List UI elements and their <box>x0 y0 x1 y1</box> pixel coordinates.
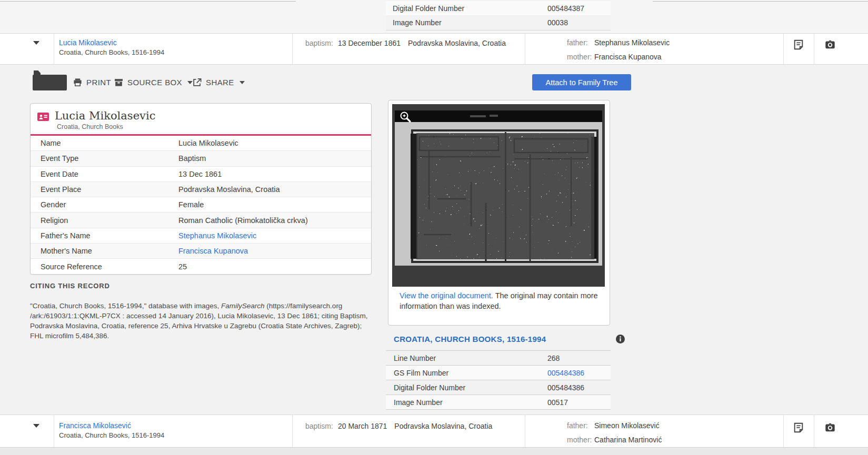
person-id-card-icon <box>37 114 51 123</box>
field-label: Event Place <box>41 185 178 194</box>
page-bottom-strip <box>0 447 868 455</box>
divider <box>814 34 814 64</box>
view-original-note: View the original document. The original… <box>400 291 602 311</box>
mother-summary: mother:Francisca Kupanova <box>567 53 662 61</box>
print-button[interactable]: PRINT <box>73 77 111 87</box>
row-value: 005484387 <box>547 4 584 13</box>
view-original-document-link[interactable]: View the original document. <box>400 291 493 300</box>
event-summary: baptism:20 March 1871Podravska Moslavina… <box>305 422 492 430</box>
table-row: Image Number 00517 <box>386 395 611 410</box>
record-field-row: Name Lucia Mikolasevic <box>31 136 371 151</box>
divider <box>783 415 784 447</box>
field-label: Name <box>41 139 178 147</box>
print-label: PRINT <box>86 78 111 87</box>
record-field-row: Mother's Name Francisca Kupanova <box>31 244 371 259</box>
field-label: Gender <box>41 200 178 209</box>
record-field-row: Religion Roman Catholic (Rimokatolička c… <box>31 213 371 228</box>
document-scan-thumbnail[interactable] <box>392 104 605 287</box>
expand-row-icon[interactable] <box>33 424 39 428</box>
table-row: Line Number 268 <box>386 351 611 366</box>
father-label: father: <box>567 421 594 430</box>
share-icon <box>192 77 202 87</box>
divider <box>525 34 525 64</box>
share-label: SHARE <box>206 78 234 87</box>
record-detail-card: Lucia Mikolasevic Croatia, Church Books … <box>30 103 372 275</box>
citation-part: (https://familysearch.org <box>265 302 343 310</box>
record-details-icon[interactable] <box>793 39 804 50</box>
divider <box>653 1 868 2</box>
field-value: Podravska Moslavina, Croatia <box>178 185 280 194</box>
citation-text: "Croatia, Church Books, 1516-1994," data… <box>30 301 373 341</box>
row-value: 00038 <box>547 18 568 27</box>
event-label: baptism: <box>305 422 333 430</box>
printer-icon <box>73 77 83 87</box>
collection-title-link[interactable]: CROATIA, CHURCH BOOKS, 1516-1994 <box>394 335 546 343</box>
record-title: Lucia Mikolasevic <box>55 109 156 122</box>
row-value: 005484386 <box>547 383 584 392</box>
attach-to-family-tree-button[interactable]: Attach to Family Tree <box>532 74 631 90</box>
field-value: Baptism <box>178 154 206 163</box>
mother-label: mother: <box>567 436 594 444</box>
source-box-button[interactable]: SOURCE BOX <box>114 77 193 87</box>
citation-part: /ark:/61903/1:1:QKML-P7CX : accessed 14 … <box>30 312 368 340</box>
record-details-icon[interactable] <box>793 422 804 433</box>
father-summary: father:Stephanus Mikolasevic <box>567 38 670 47</box>
mother-name: Catharina Martinović <box>594 436 662 444</box>
field-value: Roman Catholic (Rimokatolička crkva) <box>178 216 308 225</box>
record-field-row: Event Place Podravska Moslavina, Croatia <box>31 182 371 197</box>
camera-icon[interactable] <box>824 39 836 50</box>
divider <box>0 1 296 2</box>
divider <box>54 415 54 447</box>
source-box-label: SOURCE BOX <box>127 78 182 87</box>
familysearch-record-page: { "top_table": { "rows": [ {"label": "Di… <box>0 0 868 455</box>
scanned-register-image <box>392 104 605 287</box>
record-field-row: Gender Female <box>31 197 371 213</box>
source-box-icon <box>114 77 124 87</box>
divider <box>525 415 525 447</box>
result-name-link[interactable]: Lucia Mikolasevic <box>59 38 117 47</box>
copy-button[interactable]: COPY <box>33 75 67 90</box>
collapse-row-icon[interactable] <box>33 41 39 45</box>
divider <box>292 34 293 64</box>
chevron-down-icon <box>240 81 245 84</box>
table-row: GS Film Number 005484386 <box>386 366 611 380</box>
record-field-row: Source Reference 25 <box>31 259 371 274</box>
divider <box>814 415 814 447</box>
divider <box>54 34 54 64</box>
divider <box>292 415 293 447</box>
father-name-link[interactable]: Stephanus Mikolasevic <box>178 231 256 240</box>
field-label: Mother's Name <box>41 247 178 255</box>
share-button[interactable]: SHARE <box>192 77 245 87</box>
note-text: The original may contain more <box>493 291 598 300</box>
record-field-row: Father's Name Stephanus Mikolasevic <box>31 228 371 244</box>
previous-record-panel-tail: Digital Folder Number 005484387 Image Nu… <box>0 0 868 34</box>
event-summary: baptism:13 December 1861Podravska Moslav… <box>305 39 506 47</box>
gs-film-number-link[interactable]: 005484386 <box>547 369 584 377</box>
citation-part: "Croatia, Church Books, 1516-1994," data… <box>30 302 221 310</box>
zoom-in-icon[interactable] <box>400 111 412 125</box>
search-result-row: Lucia Mikolasevic Croatia, Church Books,… <box>0 34 868 65</box>
table-row: Digital Folder Number 005484387 <box>386 1 611 16</box>
camera-icon[interactable] <box>824 422 836 433</box>
mother-name-link[interactable]: Francisca Kupanova <box>178 247 248 255</box>
table-row: Digital Folder Number 005484386 <box>386 380 611 395</box>
record-field-row: Event Date 13 Dec 1861 <box>31 167 371 182</box>
info-icon[interactable] <box>616 335 625 343</box>
event-place: Podravska Moslavina, Croatia <box>394 422 492 430</box>
field-label: Source Reference <box>41 262 178 271</box>
citing-heading: CITING THIS RECORD <box>30 282 110 290</box>
table-row: Image Number 00038 <box>386 15 611 31</box>
row-value: 268 <box>547 354 560 362</box>
mother-name: Francisca Kupanova <box>594 53 662 61</box>
event-date: 20 March 1871 <box>338 422 387 430</box>
divider <box>783 34 784 64</box>
note-text: information than was indexed. <box>400 302 501 310</box>
row-label: Image Number <box>394 398 547 407</box>
row-label: GS Film Number <box>394 369 547 377</box>
field-label: Father's Name <box>41 231 178 240</box>
father-summary: father:Simeon Mikolasević <box>567 421 660 430</box>
result-name-link[interactable]: Francisca Mikolasević <box>59 421 131 430</box>
father-label: father: <box>567 38 594 47</box>
field-value: Female <box>178 200 204 209</box>
record-field-row: Event Type Baptism <box>31 151 371 166</box>
